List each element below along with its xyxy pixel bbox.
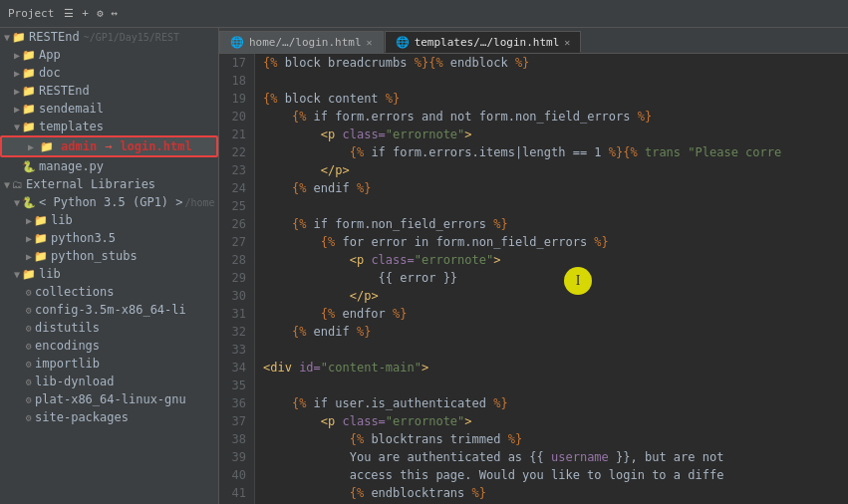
tabs-bar: 🌐 home/…/login.html ✕ 🌐 templates/…/logi… bbox=[219, 28, 848, 54]
code-editor[interactable]: I {% block breadcrumbs %}{% endblock %} … bbox=[255, 54, 848, 504]
sidebar-item-plat[interactable]: ⚙ plat-x86_64-linux-gnu bbox=[0, 390, 218, 408]
sidebar: ▼ 📁 RESTEnd ~/GP1/Day15/REST ▶ 📁 App ▶ 📁… bbox=[0, 28, 219, 504]
code-line-37: <p class="errornote"> bbox=[263, 412, 840, 430]
code-line-17: {% block breadcrumbs %}{% endblock %} bbox=[263, 54, 840, 72]
code-line-31: {% endfor %} bbox=[263, 305, 840, 323]
tab-templates-login[interactable]: 🌐 templates/…/login.html ✕ bbox=[385, 31, 582, 53]
top-bar: Project ☰ + ⚙ ↔ bbox=[0, 0, 848, 28]
code-line-28: <p class="errornote"> bbox=[263, 251, 840, 269]
sidebar-item-restend-root[interactable]: ▼ 📁 RESTEnd ~/GP1/Day15/REST bbox=[0, 28, 218, 46]
code-line-38: {% blocktrans trimmed %} bbox=[263, 430, 840, 448]
tab-close-home[interactable]: ✕ bbox=[367, 37, 373, 48]
code-line-18 bbox=[263, 72, 840, 90]
code-line-41: {% endblocktrans %} bbox=[263, 484, 840, 502]
line-numbers: 17 18 19 20 21 22 23 24 25 26 27 28 29 3… bbox=[219, 54, 255, 504]
sidebar-item-templates[interactable]: ▼ 📁 templates bbox=[0, 118, 218, 135]
code-line-22: {% if form.errors.items|length == 1 %}{%… bbox=[263, 143, 840, 161]
code-line-35 bbox=[263, 377, 840, 394]
code-line-20: {% if form.errors and not form.non_field… bbox=[263, 108, 840, 126]
arrow-icon: → bbox=[105, 139, 112, 153]
top-bar-icon-1[interactable]: ☰ bbox=[62, 7, 76, 20]
sidebar-item-python35[interactable]: ▶ 📁 python3.5 bbox=[0, 229, 218, 247]
sidebar-item-site-packages[interactable]: ⚙ site-packages bbox=[0, 408, 218, 426]
code-line-40: access this page. Would you like to logi… bbox=[263, 466, 840, 484]
sidebar-item-admin-login[interactable]: ▶ 📁 admin → login.html bbox=[0, 135, 218, 157]
code-line-30: </p> bbox=[263, 287, 840, 305]
sidebar-item-restend-inner[interactable]: ▶ 📁 RESTEnd bbox=[0, 82, 218, 100]
code-line-33 bbox=[263, 341, 840, 359]
code-line-29: {{ error }} bbox=[263, 269, 840, 287]
tab-home-login[interactable]: 🌐 home/…/login.html ✕ bbox=[219, 31, 384, 53]
main-layout: ▼ 📁 RESTEnd ~/GP1/Day15/REST ▶ 📁 App ▶ 📁… bbox=[0, 28, 848, 504]
sidebar-item-importlib[interactable]: ⚙ importlib bbox=[0, 355, 218, 373]
sidebar-item-config[interactable]: ⚙ config-3.5m-x86_64-li bbox=[0, 301, 218, 319]
sidebar-item-app[interactable]: ▶ 📁 App bbox=[0, 46, 218, 64]
top-bar-icon-3[interactable]: ⚙ bbox=[95, 7, 106, 20]
code-line-34: <div id="content-main"> bbox=[263, 359, 840, 377]
editor-area: 🌐 home/…/login.html ✕ 🌐 templates/…/logi… bbox=[219, 28, 848, 504]
sidebar-item-encodings[interactable]: ⚙ encodings bbox=[0, 337, 218, 355]
code-line-23: </p> bbox=[263, 161, 840, 179]
code-line-39: You are authenticated as {{ username }},… bbox=[263, 448, 840, 466]
code-line-24: {% endif %} bbox=[263, 179, 840, 197]
sidebar-item-python-stubs[interactable]: ▶ 📁 python_stubs bbox=[0, 247, 218, 265]
sidebar-item-distutils[interactable]: ⚙ distutils bbox=[0, 319, 218, 337]
project-label: Project bbox=[8, 7, 54, 20]
code-line-26: {% if form.non_field_errors %} bbox=[263, 215, 840, 233]
tab-close-templates[interactable]: ✕ bbox=[564, 37, 570, 48]
code-line-27: {% for error in form.non_field_errors %} bbox=[263, 233, 840, 251]
sidebar-item-lib-dynload[interactable]: ⚙ lib-dynload bbox=[0, 373, 218, 390]
top-bar-icon-2[interactable]: + bbox=[80, 7, 91, 20]
top-bar-icon-4[interactable]: ↔ bbox=[110, 7, 121, 20]
code-line-36: {% if user.is_authenticated %} bbox=[263, 394, 840, 412]
sidebar-item-manage-py[interactable]: ▶ 🐍 manage.py bbox=[0, 157, 218, 175]
code-line-21: <p class="errornote"> bbox=[263, 126, 840, 143]
sidebar-item-collections[interactable]: ⚙ collections bbox=[0, 283, 218, 301]
code-line-25 bbox=[263, 197, 840, 215]
sidebar-item-python35-gp1[interactable]: ▼ 🐍 < Python 3.5 (GP1) > /home bbox=[0, 193, 218, 211]
sidebar-item-external-libs[interactable]: ▼ 🗂 External Libraries bbox=[0, 175, 218, 193]
editor-content: 17 18 19 20 21 22 23 24 25 26 27 28 29 3… bbox=[219, 54, 848, 504]
sidebar-item-doc[interactable]: ▶ 📁 doc bbox=[0, 64, 218, 82]
sidebar-item-lib-top[interactable]: ▶ 📁 lib bbox=[0, 211, 218, 229]
sidebar-item-sendemail[interactable]: ▶ 📁 sendemail bbox=[0, 100, 218, 118]
sidebar-item-lib-inner[interactable]: ▼ 📁 lib bbox=[0, 265, 218, 283]
code-line-32: {% endif %} bbox=[263, 323, 840, 341]
code-line-19: {% block content %} bbox=[263, 90, 840, 108]
